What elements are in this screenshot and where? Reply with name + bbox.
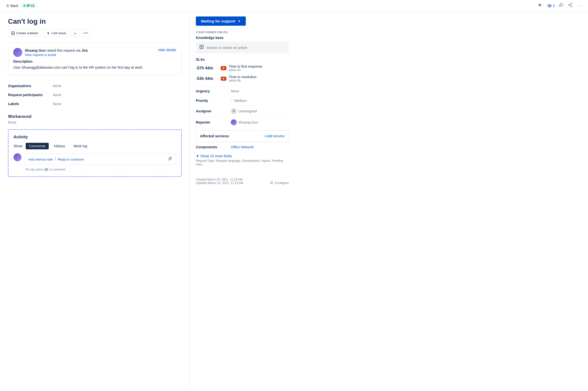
- sla1-pause-button[interactable]: [221, 66, 226, 70]
- more-label: ···: [577, 3, 582, 8]
- request-participants-label: Request participants: [8, 93, 53, 97]
- knowledge-base-row-wrapper: Knowledge base: [196, 36, 289, 40]
- assignee-text: Unassigned: [238, 109, 257, 113]
- labels-label: Labels: [8, 102, 53, 106]
- more-options-icon[interactable]: ···: [577, 3, 582, 8]
- footer-dates: Created March 23, 2021, 11:15 AM Updated…: [196, 178, 243, 185]
- configure-label: Configure: [275, 181, 289, 185]
- link-issue-button[interactable]: Link issue: [43, 29, 69, 37]
- description-label: Description: [13, 59, 176, 63]
- urgency-label: Urgency: [196, 89, 231, 93]
- watch-count: 1: [553, 4, 555, 7]
- create-subtask-button[interactable]: Create subtask: [8, 29, 41, 37]
- tab-history[interactable]: History: [51, 143, 68, 149]
- view-portal-link[interactable]: View request in portal: [25, 53, 88, 57]
- knowledge-base-input[interactable]: Search or create an article: [196, 42, 289, 53]
- issue-badge[interactable]: IP-11: [21, 3, 36, 8]
- svg-point-5: [569, 4, 570, 5]
- pinned-section: YOUR PINNED FIELDS Knowledge base Search…: [196, 31, 289, 53]
- request-participants-row: Request participants None: [8, 90, 182, 99]
- priority-up-icon: ↑: [231, 98, 233, 103]
- organizations-row: Organizations None: [8, 81, 182, 90]
- reporter-name-right: Shuang Guo: [238, 120, 258, 124]
- svg-line-6: [570, 4, 571, 5]
- reporter-avatar-sm: [231, 119, 237, 125]
- sla1-time: -57h 44m: [196, 66, 218, 70]
- assignee-label: Assignee: [196, 109, 231, 113]
- created-date: Created March 23, 2021, 11:15 AM: [196, 178, 243, 181]
- link-issue-label: Link issue: [51, 31, 66, 35]
- request-header: Shuang Guo raised this request via Jira …: [13, 48, 176, 57]
- urgency-row: Urgency None: [196, 86, 289, 96]
- extra-actions-button[interactable]: •••: [81, 29, 91, 37]
- svg-line-7: [570, 5, 571, 6]
- svg-rect-2: [559, 5, 560, 6]
- key-badge: M: [44, 168, 49, 171]
- status-button[interactable]: Waiting for support ▼: [196, 16, 246, 26]
- sla-title: SLAs: [196, 57, 289, 61]
- add-internal-note[interactable]: Add internal note: [28, 158, 53, 161]
- right-panel: Waiting for support ▼ YOUR PINNED FIELDS…: [190, 11, 295, 388]
- top-bar: ⊕ Back IP-11 1 ···: [0, 0, 588, 11]
- svg-rect-15: [223, 67, 224, 69]
- svg-rect-16: [224, 67, 225, 69]
- create-subtask-label: Create subtask: [16, 31, 38, 35]
- tab-comments[interactable]: Comments: [26, 143, 49, 149]
- status-label: Waiting for support: [201, 19, 235, 23]
- show-more-fields-button[interactable]: ▼ Show 10 more fields: [196, 154, 289, 158]
- show-label: Show:: [13, 144, 23, 148]
- more-actions-dropdown[interactable]: [71, 30, 79, 37]
- assignee-row[interactable]: Assignee Unassigned: [196, 105, 289, 117]
- back-button[interactable]: ⊕ Back: [6, 3, 18, 8]
- priority-text: Medium: [234, 99, 247, 103]
- issue-id: IP-11: [27, 4, 34, 7]
- workaround-title: Workaround: [8, 114, 182, 119]
- thumbsup-icon[interactable]: [559, 2, 564, 9]
- show-more-section: ▼ Show 10 more fields Request Type, Requ…: [196, 154, 289, 166]
- chevron-down-icon: ▼: [196, 154, 199, 158]
- sla1-name: Time to first response: [229, 64, 262, 68]
- priority-value: ↑ Medium: [231, 98, 247, 103]
- urgency-value: None: [231, 89, 239, 93]
- configure-button[interactable]: ⚙ Configure: [270, 181, 289, 185]
- svg-point-0: [549, 5, 550, 6]
- comment-links: Add internal note / Reply to customer: [28, 157, 84, 161]
- raised-via: raised this request via: [46, 48, 81, 52]
- priority-row: Priority ↑ Medium: [196, 96, 289, 105]
- comment-input-box[interactable]: Add internal note / Reply to customer: [24, 153, 176, 165]
- components-label: Components: [196, 145, 231, 149]
- show-bar: Show: Comments History Work log: [13, 143, 176, 149]
- activity-section: Activity Show: Comments History Work log…: [8, 129, 182, 177]
- svg-point-3: [571, 3, 572, 4]
- sla-section: SLAs -57h 44m Time to first response wit…: [196, 57, 289, 82]
- tab-worklog[interactable]: Work log: [70, 143, 90, 149]
- priority-label: Priority: [196, 99, 231, 103]
- svg-rect-18: [224, 78, 225, 79]
- knowledge-base-label: Knowledge base: [196, 36, 231, 40]
- watch-icon[interactable]: 1: [547, 3, 555, 8]
- reply-to-customer[interactable]: Reply to customer: [58, 158, 84, 161]
- labels-value: None: [53, 102, 61, 106]
- current-user-avatar: [13, 153, 21, 161]
- add-service-button[interactable]: + Add service: [264, 134, 285, 138]
- components-link[interactable]: Office Network: [231, 145, 254, 149]
- workaround-value: None: [8, 120, 182, 124]
- gear-icon: ⚙: [270, 181, 273, 185]
- labels-row: Labels None: [8, 99, 182, 108]
- megaphone-icon[interactable]: [538, 2, 543, 9]
- back-label: Back: [10, 4, 18, 8]
- fields-section: Organizations None Request participants …: [8, 81, 182, 108]
- reporter-row: Reporter Shuang Guo: [196, 117, 289, 128]
- updated-date: Updated March 23, 2021, 11:19 AM: [196, 181, 243, 185]
- affected-services-label: Affected services: [200, 134, 229, 138]
- description-text: User Shuangg@atlassian.com can't log in …: [13, 65, 176, 70]
- show-more-label: Show 10 more fields: [200, 154, 232, 158]
- organizations-label: Organizations: [8, 84, 53, 88]
- status-chevron-icon: ▼: [238, 19, 241, 23]
- sla1-row: -57h 44m Time to first response within 4…: [196, 64, 289, 72]
- sla2-pause-button[interactable]: [221, 77, 226, 81]
- attachment-icon[interactable]: [168, 157, 172, 162]
- share-icon[interactable]: [568, 2, 573, 9]
- request-participants-value: None: [53, 93, 61, 97]
- hide-details-link[interactable]: Hide details: [158, 48, 176, 52]
